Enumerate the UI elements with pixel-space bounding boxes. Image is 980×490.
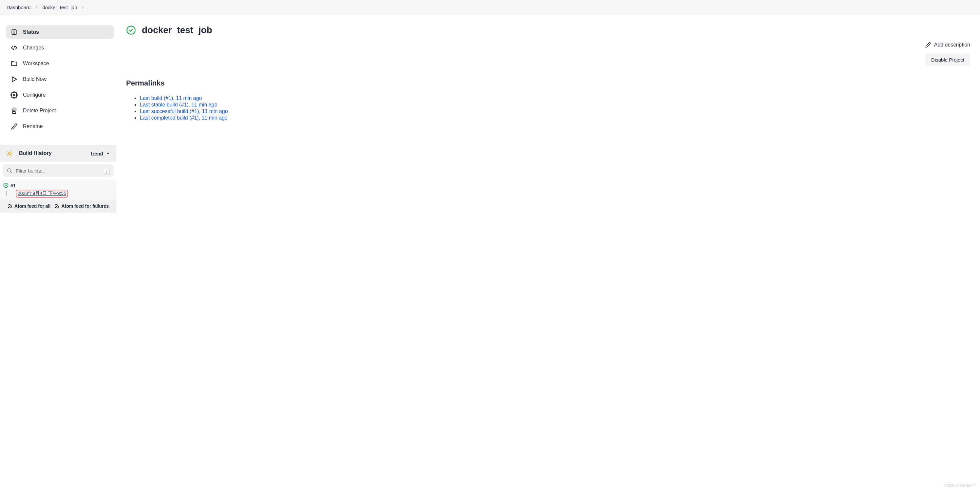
pencil-icon — [11, 123, 18, 130]
sun-icon — [6, 150, 14, 157]
filter-key-hint: / — [104, 168, 110, 173]
sidebar-item-rename[interactable]: Rename — [6, 119, 114, 134]
svg-point-19 — [8, 207, 9, 208]
gear-icon — [11, 91, 18, 99]
svg-line-10 — [8, 151, 8, 151]
status-icon — [11, 29, 18, 36]
atom-feed-all[interactable]: Atom feed for all — [8, 204, 51, 208]
build-history-title: Build History — [19, 150, 52, 156]
sidebar-item-label: Delete Project — [23, 108, 56, 114]
svg-line-17 — [11, 172, 11, 173]
sidebar-item-label: Workspace — [23, 60, 49, 67]
rss-icon — [54, 204, 60, 208]
build-list: #1 | 2023年9月4日 下午9:55 — [0, 180, 116, 199]
svg-point-21 — [127, 26, 135, 34]
disable-project-button[interactable]: Disable Project — [925, 54, 970, 66]
atom-feeds: Atom feed for all Atom feed for failures — [0, 199, 116, 213]
sidebar: Status Changes Workspace Build Now — [0, 15, 116, 213]
filter-builds-input[interactable] — [16, 168, 100, 173]
svg-point-7 — [8, 152, 11, 154]
svg-line-11 — [12, 155, 12, 156]
svg-point-20 — [56, 207, 56, 208]
check-circle-icon — [126, 25, 136, 35]
folder-icon — [11, 60, 18, 67]
svg-marker-5 — [13, 77, 17, 82]
pencil-icon — [925, 42, 931, 48]
sidebar-item-workspace[interactable]: Workspace — [6, 56, 114, 71]
breadcrumb-job[interactable]: docker_test_job — [42, 5, 77, 10]
trash-icon — [11, 107, 18, 114]
rss-icon — [8, 204, 13, 208]
breadcrumb: Dashboard docker_test_job — [0, 0, 980, 15]
breadcrumb-dashboard[interactable]: Dashboard — [6, 5, 30, 10]
search-icon — [6, 168, 13, 173]
permalink-last-stable[interactable]: Last stable build (#1), 11 min ago — [140, 102, 218, 107]
permalink-last-successful[interactable]: Last successful build (#1), 11 min ago — [140, 108, 228, 114]
filter-builds-input-wrap[interactable]: / — [3, 164, 114, 177]
code-icon — [11, 44, 18, 51]
build-time-bar: | — [6, 190, 7, 196]
sidebar-item-status[interactable]: Status — [6, 25, 114, 39]
sidebar-item-build-now[interactable]: Build Now — [6, 72, 114, 86]
sidebar-item-label: Status — [23, 29, 39, 35]
svg-line-14 — [8, 155, 8, 156]
svg-line-4 — [13, 46, 15, 50]
chevron-down-icon — [106, 151, 110, 156]
build-history-header: Build History trend — [0, 145, 116, 162]
permalink-last-completed[interactable]: Last completed build (#1), 11 min ago — [140, 115, 228, 121]
sidebar-item-configure[interactable]: Configure — [6, 88, 114, 102]
build-number-link[interactable]: #1 — [11, 183, 16, 188]
sidebar-item-label: Changes — [23, 45, 44, 51]
chevron-right-icon — [34, 6, 38, 10]
check-circle-icon — [3, 183, 8, 188]
main-content: docker_test_job Add description Disable … — [116, 15, 980, 213]
play-icon — [11, 76, 18, 83]
build-time[interactable]: 2023年9月4日 下午9:55 — [16, 189, 68, 197]
permalinks-heading: Permalinks — [126, 79, 974, 88]
page-title: docker_test_job — [142, 25, 212, 35]
sidebar-item-label: Rename — [23, 124, 43, 129]
build-history-trend[interactable]: trend — [91, 151, 111, 156]
sidebar-item-label: Build Now — [23, 76, 46, 82]
sidebar-item-changes[interactable]: Changes — [6, 41, 114, 55]
atom-feed-failures[interactable]: Atom feed for failures — [54, 204, 109, 208]
sidebar-item-delete[interactable]: Delete Project — [6, 103, 114, 118]
sidebar-item-label: Configure — [23, 92, 46, 98]
permalink-last-build[interactable]: Last build (#1), 11 min ago — [140, 95, 202, 101]
svg-point-16 — [8, 169, 11, 172]
chevron-right-icon — [81, 6, 85, 10]
add-description-button[interactable]: Add description — [925, 42, 970, 48]
svg-line-15 — [12, 151, 12, 151]
svg-point-6 — [13, 94, 15, 96]
build-row: #1 — [3, 183, 113, 188]
